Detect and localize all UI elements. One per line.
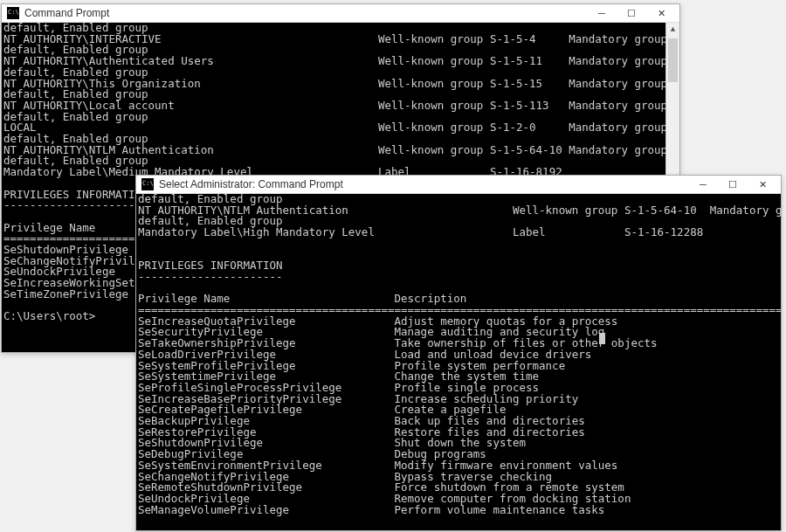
terminal-output[interactable]: default, Enabled group NT AUTHORITY\NTLM… [136,194,781,530]
cmd-window-admin: Select Administrator: Command Prompt ─ ☐… [135,175,782,531]
text-cursor [599,333,605,344]
minimize-button[interactable]: ─ [587,5,617,22]
titlebar[interactable]: Command Prompt ─ ☐ ✕ [2,4,679,23]
maximize-button[interactable]: ☐ [617,5,646,22]
cmd-icon [141,178,154,190]
minimize-button[interactable]: ─ [688,176,718,193]
window-title: Select Administrator: Command Prompt [159,178,688,190]
cmd-icon [7,7,19,19]
close-button[interactable]: ✕ [748,176,777,193]
window-title: Command Prompt [24,7,587,19]
maximize-button[interactable]: ☐ [718,176,748,193]
scroll-thumb[interactable] [668,38,678,82]
scroll-up-button[interactable]: ▲ [666,23,679,37]
close-button[interactable]: ✕ [646,5,676,22]
titlebar[interactable]: Select Administrator: Command Prompt ─ ☐… [136,176,781,194]
